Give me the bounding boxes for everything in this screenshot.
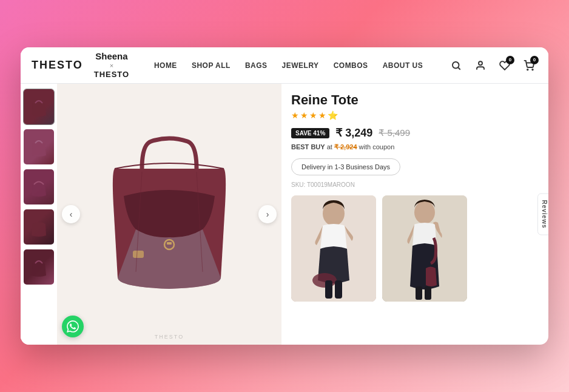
collab-x: × — [94, 62, 130, 70]
svg-rect-13 — [325, 280, 332, 299]
site-header: THESTO Sheena × THESTO HOME SHOP ALL BAG… — [21, 47, 548, 84]
browser-window: THESTO Sheena × THESTO HOME SHOP ALL BAG… — [21, 47, 548, 345]
thumbnail-list — [21, 84, 57, 345]
prev-image-button[interactable]: ‹ — [62, 205, 80, 223]
wishlist-badge: 0 — [506, 56, 514, 64]
collab-logo: Sheena × THESTO — [94, 51, 130, 79]
svg-line-1 — [458, 67, 460, 69]
reviews-tab[interactable]: Reviews — [537, 193, 548, 235]
svg-rect-17 — [416, 286, 422, 300]
original-price: ₹ 5,499 — [379, 127, 410, 138]
save-badge: SAVE 41% — [291, 128, 329, 138]
main-content: ‹ — [21, 84, 548, 345]
nav-about-us[interactable]: ABOUT US — [383, 61, 423, 70]
thumbnail-2[interactable] — [23, 129, 55, 165]
thumbnail-5[interactable] — [23, 249, 55, 285]
product-rating: ★ ★ ★ ★ ⭐ — [291, 110, 539, 120]
nav-home[interactable]: HOME — [154, 61, 177, 70]
search-icon[interactable] — [448, 57, 465, 74]
product-title: Reine Tote — [291, 92, 539, 108]
star-2: ★ — [300, 110, 308, 120]
svg-point-16 — [414, 201, 435, 224]
main-nav: HOME SHOP ALL BAGS JEWELRY COMBOS ABOUT … — [129, 61, 448, 70]
nav-bags[interactable]: BAGS — [245, 61, 268, 70]
nav-shop-all[interactable]: SHOP ALL — [192, 61, 231, 70]
svg-point-0 — [453, 62, 459, 69]
cart-icon[interactable]: 0 — [520, 57, 537, 74]
collab-name1: Sheena — [94, 51, 130, 62]
svg-rect-7 — [133, 251, 144, 258]
best-buy-at: at — [327, 143, 334, 150]
model-image-1 — [291, 195, 376, 302]
product-info-panel: Reine Tote ★ ★ ★ ★ ⭐ SAVE 41% ₹ 3,249 ₹ … — [281, 84, 548, 345]
coupon-price: ₹ 2,924 — [334, 143, 357, 150]
sku-text: SKU: T00019MAROON — [291, 181, 539, 188]
next-image-button[interactable]: › — [258, 205, 277, 223]
svg-point-12 — [312, 273, 337, 288]
current-price: ₹ 3,249 — [335, 126, 372, 140]
coupon-text: with coupon — [359, 143, 395, 150]
model-svg-2 — [382, 195, 467, 302]
model-image-2 — [382, 195, 467, 302]
delivery-button[interactable]: Delivery in 1-3 Business Days — [291, 158, 400, 175]
best-buy-text: BEST BUY at ₹ 2,924 with coupon — [291, 143, 539, 151]
bag-svg — [90, 126, 248, 302]
price-row: SAVE 41% ₹ 3,249 ₹ 5,499 — [291, 126, 539, 140]
nav-jewelry[interactable]: JEWELRY — [282, 61, 319, 70]
cart-badge: 0 — [530, 56, 539, 64]
star-3: ★ — [309, 110, 317, 120]
account-icon[interactable] — [472, 57, 489, 74]
thumbnail-1[interactable] — [23, 89, 55, 125]
svg-point-2 — [479, 61, 482, 65]
star-1: ★ — [291, 110, 299, 120]
thumbnail-4[interactable] — [23, 209, 55, 245]
svg-rect-6 — [167, 242, 172, 245]
star-4: ★ — [318, 110, 326, 120]
model-svg-1 — [291, 195, 376, 302]
star-half: ⭐ — [328, 110, 338, 120]
product-gallery: ‹ — [21, 84, 281, 345]
brand-logo: THESTO — [32, 59, 83, 72]
header-icons: 0 0 — [448, 57, 537, 74]
watermark-text: THESTO — [155, 334, 184, 340]
svg-point-3 — [527, 69, 528, 70]
main-product-image: ‹ — [57, 84, 281, 345]
whatsapp-button[interactable] — [62, 316, 84, 337]
model-images — [291, 195, 539, 302]
wishlist-icon[interactable]: 0 — [496, 57, 513, 74]
thumbnail-3[interactable] — [23, 169, 55, 205]
nav-combos[interactable]: COMBOS — [334, 61, 368, 70]
svg-rect-18 — [425, 286, 431, 300]
best-buy-label: BEST BUY — [291, 143, 325, 150]
svg-point-4 — [532, 69, 533, 70]
svg-rect-14 — [335, 280, 342, 299]
collab-name2: THESTO — [94, 70, 130, 79]
